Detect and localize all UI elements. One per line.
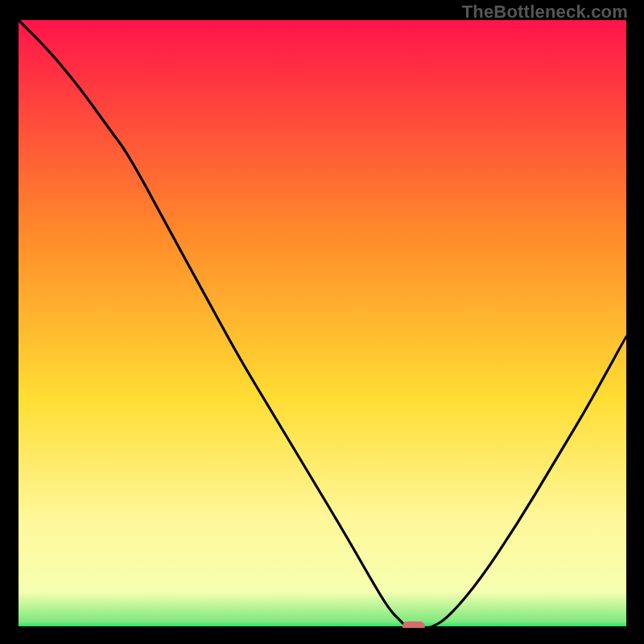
plot-area — [19, 20, 626, 628]
bottleneck-chart — [19, 20, 626, 628]
watermark-text: TheBottleneck.com — [462, 2, 628, 23]
gradient-background — [19, 20, 626, 628]
chart-stage: TheBottleneck.com — [0, 0, 644, 644]
optimum-marker — [402, 621, 425, 628]
